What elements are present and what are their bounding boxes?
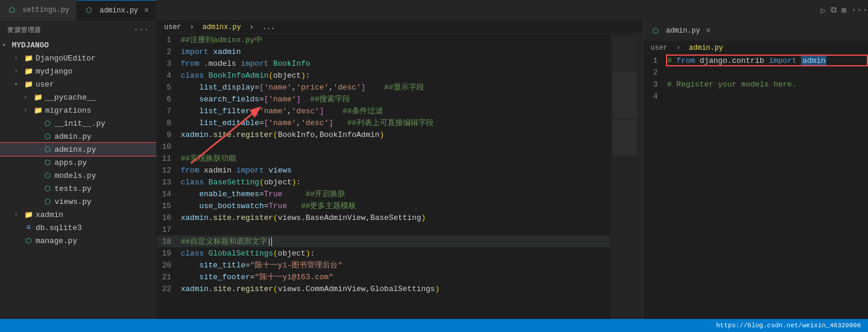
sidebar-item-migrations[interactable]: › 📁 migrations	[0, 104, 156, 117]
sidebar-header: 资源管理器 ···	[0, 21, 156, 39]
chevron-right-icon: ›	[24, 94, 33, 101]
sidebar-item-views[interactable]: ⬡ views.py	[0, 195, 156, 208]
py-icon: ⬡	[24, 236, 33, 245]
code-line-3: 3 from .models import BookInfo	[157, 58, 610, 69]
tab-bar: ⬡ settings.py ⬡ adminx.py × ▷ ⧉ ⊞ ···	[0, 0, 868, 21]
project-label: MYDJANGO	[12, 41, 49, 50]
sidebar-item-models[interactable]: ⬡ models.py	[0, 169, 156, 182]
sidebar-item-tests[interactable]: ⬡ tests.py	[0, 182, 156, 195]
right-top-bar: ⬡ admin.py ×	[643, 21, 868, 42]
sidebar-item-manage[interactable]: ⬡ manage.py	[0, 234, 156, 247]
code-editor[interactable]: 1 ##注册到adminx.py中 2 import xadmin 3 from…	[157, 34, 610, 319]
code-line-1: 1 ##注册到adminx.py中	[157, 34, 610, 46]
chevron-right-icon: ›	[24, 107, 33, 114]
split-icon[interactable]: ⧉	[831, 5, 837, 15]
sidebar-item-label: adminx.py	[55, 145, 96, 154]
code-line-16: 16 xadmin.site.register(views.BaseAdminV…	[157, 212, 610, 224]
editor-area: user › adminx.py › ... 1 ##注册到adminx.py	[157, 21, 643, 319]
py-icon: ⬡	[43, 158, 52, 167]
right-panel: ⬡ admin.py × user › admin.py 1 # from dj…	[643, 21, 868, 319]
chevron-down-icon: ▾	[14, 81, 24, 88]
code-line-13: 13 class BaseSetting(object):	[157, 176, 610, 188]
close-icon[interactable]: ×	[706, 26, 711, 36]
sidebar-item-label: migrations	[45, 106, 91, 115]
more-sidebar-icon[interactable]: ···	[133, 25, 149, 34]
sidebar-item-adminx[interactable]: ⬡ adminx.py	[0, 143, 156, 156]
sidebar-item-admin[interactable]: ⬡ admin.py	[0, 130, 156, 143]
right-breadcrumb: user › admin.py	[643, 42, 868, 55]
py-icon: ⬡	[651, 26, 660, 36]
sidebar-item-label: tests.py	[55, 184, 91, 193]
py-icon: ⬡	[43, 184, 52, 193]
close-icon[interactable]: ×	[144, 6, 149, 15]
sidebar-item-label: __init__.py	[55, 119, 105, 128]
code-line-6: 6 search_fields=['name'] ##搜索字段	[157, 93, 610, 105]
code-line-17: 17	[157, 224, 610, 235]
sidebar-icons: ···	[133, 25, 149, 34]
chevron-right-icon: ›	[14, 212, 24, 218]
code-line-20: 20 site_title="陈十一yi-图书管理后台"	[157, 259, 610, 271]
run-icon[interactable]: ▷	[821, 5, 825, 15]
sidebar-item-label: xadmin	[36, 210, 63, 219]
sidebar-item-label: db.sqlite3	[36, 224, 82, 232]
code-line-14: 14 enable_themes=True ##开启换肤	[157, 188, 610, 200]
sidebar-item-apps[interactable]: ⬡ apps.py	[0, 156, 156, 169]
py-icon: ⬡	[43, 171, 52, 180]
status-url: https://blog.csdn.net/weixin_46329906	[716, 322, 861, 329]
tab-adminx-label: adminx.py	[100, 7, 138, 15]
minimap-content	[611, 34, 643, 159]
sidebar-item-label: __pycache__	[45, 93, 96, 102]
layout-icon[interactable]: ⊞	[841, 5, 846, 15]
tab-settings[interactable]: ⬡ settings.py	[0, 0, 77, 21]
folder-icon: 📁	[24, 79, 33, 89]
sidebar-item-init[interactable]: ⬡ __init__.py	[0, 117, 156, 130]
sidebar-item-mydjango[interactable]: › 📁 mydjango	[0, 65, 156, 78]
editor-with-minimap: 1 ##注册到adminx.py中 2 import xadmin 3 from…	[157, 34, 643, 319]
code-line-19: 19 class GlobalSettings(object):	[157, 247, 610, 259]
right-code-line-3: 3 # Register your models here.	[643, 78, 868, 90]
sidebar-item-djangoueditor[interactable]: › 📁 DjangoUEditor	[0, 52, 156, 65]
code-line-21: 21 site_footer="陈十一yi@163.com"	[157, 271, 610, 283]
code-line-11: 11 ##实现换肤功能	[157, 152, 610, 164]
folder-icon: 📁	[24, 53, 33, 63]
sidebar-item-label: DjangoUEditor	[36, 54, 95, 63]
right-code-line-1: 1 # from django.contrib import admin	[643, 55, 868, 66]
sidebar-item-user[interactable]: ▾ 📁 user	[0, 78, 156, 91]
sidebar-item-label: admin.py	[55, 132, 91, 141]
breadcrumb-text: user › adminx.py › ...	[164, 23, 275, 31]
db-icon: ≡	[24, 223, 33, 232]
code-line-9: 9 xadmin.site.register(BookInfo,BookInfo…	[157, 129, 610, 141]
main-content: 资源管理器 ··· ▾ MYDJANGO › 📁 DjangoUEditor ›…	[0, 21, 868, 319]
chevron-down-icon: ▾	[2, 42, 12, 49]
code-line-4: 4 class BookInfoAdmin(object):	[157, 69, 610, 81]
py-file-icon-2: ⬡	[84, 6, 94, 15]
sidebar-item-db[interactable]: ≡ db.sqlite3	[0, 221, 156, 234]
py-icon: ⬡	[43, 197, 52, 206]
chevron-right-icon: ›	[14, 68, 24, 75]
code-line-8: 8 list_editable=['name','desc'] ##列表上可直接…	[157, 117, 610, 129]
tab-settings-label: settings.py	[23, 6, 69, 14]
breadcrumb: user › adminx.py › ...	[157, 21, 643, 34]
code-line-12: 12 from xadmin import views	[157, 164, 610, 176]
sidebar-item-pycache[interactable]: › 📁 __pycache__	[0, 91, 156, 104]
sidebar: 资源管理器 ··· ▾ MYDJANGO › 📁 DjangoUEditor ›…	[0, 21, 157, 319]
code-line-18: 18 ##自定义标题和底部文字|	[157, 235, 610, 247]
folder-icon: 📁	[24, 66, 33, 76]
sidebar-item-label: user	[36, 80, 54, 89]
code-line-15: 15 use_bootswatch=True ##更多主题模板	[157, 200, 610, 212]
sidebar-item-xadmin[interactable]: › 📁 xadmin	[0, 208, 156, 221]
folder-icon: 📁	[33, 92, 43, 102]
right-breadcrumb-text: user › admin.py	[651, 44, 723, 52]
sidebar-item-label: models.py	[55, 171, 96, 180]
right-tab[interactable]: ⬡ admin.py ×	[651, 26, 711, 36]
tab-adminx[interactable]: ⬡ adminx.py ×	[77, 0, 156, 21]
more-icon[interactable]: ···	[851, 5, 868, 15]
right-code[interactable]: 1 # from django.contrib import admin 2 3…	[643, 55, 868, 319]
py-icon: ⬡	[43, 145, 52, 154]
chevron-right-icon: ›	[14, 55, 24, 62]
py-icon: ⬡	[43, 132, 52, 141]
folder-icon: 📁	[33, 106, 43, 115]
sidebar-project-root[interactable]: ▾ MYDJANGO	[0, 39, 156, 52]
sidebar-title: 资源管理器	[7, 25, 41, 34]
sidebar-item-label: mydjango	[36, 67, 72, 76]
